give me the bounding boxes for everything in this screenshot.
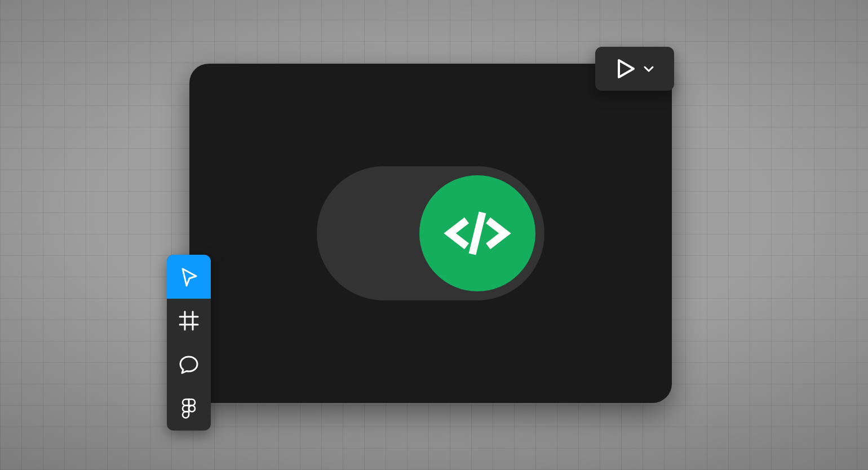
figma-logo-icon <box>178 397 200 420</box>
move-tool[interactable] <box>167 255 211 299</box>
frame-tool-icon <box>178 309 200 332</box>
chevron-down-icon <box>643 63 655 75</box>
present-button[interactable] <box>595 47 674 91</box>
play-icon <box>614 57 637 80</box>
design-canvas[interactable] <box>189 64 672 403</box>
figma-menu[interactable] <box>167 387 211 431</box>
move-tool-icon <box>178 265 200 288</box>
svg-point-4 <box>189 406 195 412</box>
comment-tool-icon <box>178 353 200 376</box>
code-icon <box>442 198 513 269</box>
comment-tool[interactable] <box>167 343 211 387</box>
tools-toolbar <box>167 255 211 431</box>
dev-mode-toggle[interactable] <box>317 166 544 300</box>
frame-tool[interactable] <box>167 299 211 343</box>
dev-mode-toggle-knob <box>419 175 535 291</box>
